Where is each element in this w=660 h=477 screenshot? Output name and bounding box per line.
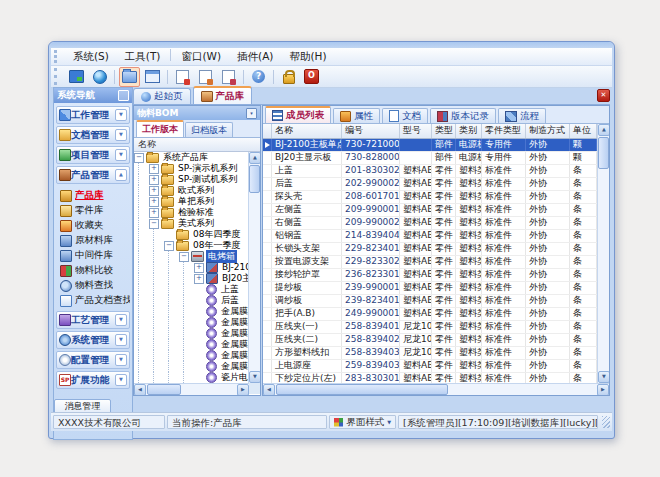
table-row[interactable]: 把手(A.B)249-990001-01X塑料ABS零件塑料类标准件外协条 [263, 308, 597, 321]
table-row[interactable]: 左侧盖209-990001-01X塑料ABS零件塑料类标准件外协条 [263, 204, 597, 217]
window-layout-button[interactable] [142, 67, 163, 87]
table-vscroll-thumb[interactable] [598, 137, 609, 169]
sidebar-group-文档管理[interactable]: 文档管理▼ [56, 126, 130, 144]
table-row[interactable]: 右侧盖209-990002-01X塑料ABS零件塑料类标准件外协条 [263, 217, 597, 230]
menu-item[interactable]: 系统(S) [65, 49, 117, 65]
menubar-grip[interactable] [54, 50, 62, 64]
chevron-down-icon[interactable]: ▼ [115, 334, 127, 346]
sidebar-item-原材料库[interactable]: 原材料库 [60, 233, 130, 248]
table-horizontal-scrollbar[interactable]: ◀ ▶ [263, 383, 609, 395]
sidebar-group-项目管理[interactable]: 项目管理▼ [56, 146, 130, 164]
sidebar-group-产品管理[interactable]: 产品管理▲ [56, 166, 130, 184]
collapse-icon[interactable]: − [134, 153, 144, 163]
column-header-制造方式[interactable]: 制造方式 [526, 124, 570, 138]
table-row[interactable]: 提纱板239-990001-01X塑料ABS零件塑料类标准件外协条 [263, 282, 597, 295]
tree-vscroll-thumb[interactable] [249, 165, 260, 193]
sidebar-item-零件库[interactable]: 零件库 [60, 203, 130, 218]
menu-item[interactable]: 帮助(H) [281, 49, 334, 65]
tree-horizontal-scrollbar[interactable]: ◀ ▶ [134, 383, 249, 395]
table-vertical-scrollbar[interactable]: ▲ ▼ [597, 124, 609, 383]
table-row[interactable]: 方形塑料线扣258-839403-00X尼龙1010零件塑料类标准件外协条 [263, 347, 597, 360]
tree-node-瓷片电容器[interactable]: 瓷片电容器 [134, 372, 248, 383]
chevron-down-icon[interactable]: ▼ [115, 149, 127, 161]
sidebar-group-配置管理[interactable]: 配置管理▼ [56, 351, 130, 369]
sidebar-group-工艺管理[interactable]: 工艺管理▼ [56, 311, 130, 329]
open-library-button[interactable] [119, 67, 140, 87]
sidebar-collapse-button[interactable] [118, 90, 129, 101]
toolbar-grip[interactable] [54, 68, 62, 85]
tree-column-header[interactable]: 名称 [134, 138, 260, 152]
table-row[interactable]: 长锁头支架229-823401-00X塑料ABS零件塑料类标准件外协条 [263, 243, 597, 256]
resize-grip[interactable] [602, 416, 610, 428]
web-button[interactable] [89, 67, 110, 87]
table-row[interactable]: 铝钢盖214-839404-01X塑料ABS零件塑料类标准件外协条 [263, 230, 597, 243]
exit-button[interactable]: O [301, 67, 322, 87]
tab-归档版本[interactable]: 归档版本 [185, 122, 233, 137]
table-row[interactable]: 按置电源支架229-823302-00X塑料ABS零件塑料类标准件外协条 [263, 256, 597, 269]
expand-icon[interactable]: + [149, 186, 159, 196]
table-row[interactable]: 调纱板239-823401-00X塑料ABS零件塑料类标准件外协条 [263, 295, 597, 308]
table-row[interactable]: 上盖201-830302-00X塑料ABS零件塑料类标准件外协条 [263, 165, 597, 178]
table-row[interactable]: 后盖202-990002-01X塑料ABS零件塑料类标准件外协条 [263, 178, 597, 191]
tab-产品库[interactable]: 产品库 [193, 86, 253, 104]
column-header-名称[interactable]: 名称 [272, 124, 342, 138]
column-header-类型[interactable]: 类型 [432, 124, 456, 138]
scroll-up-icon[interactable]: ▲ [598, 124, 609, 136]
column-header-编号[interactable]: 编号 [342, 124, 400, 138]
tab-成员列表[interactable]: 成员列表 [265, 106, 331, 123]
table-row[interactable]: 接纱轮护罩236-823301-00X塑料ABS零件塑料类标准件外协条 [263, 269, 597, 282]
sidebar-item-物料查找[interactable]: 物料查找 [60, 278, 130, 293]
sidebar-item-中间件库[interactable]: 中间件库 [60, 248, 130, 263]
tab-属性[interactable]: 属性 [333, 108, 380, 123]
tab-文档[interactable]: 文档 [382, 108, 428, 123]
chevron-down-icon[interactable]: ▼ [115, 354, 127, 366]
tab-工作版本[interactable]: 工作版本 [136, 120, 184, 137]
scroll-right-icon[interactable]: ▶ [237, 384, 249, 396]
scroll-left-icon[interactable]: ◀ [134, 384, 146, 396]
collapse-icon[interactable]: − [179, 252, 189, 262]
sidebar-item-收藏夹[interactable]: 收藏夹 [60, 218, 130, 233]
sidebar-group-扩展功能[interactable]: SP扩展功能▼ [56, 371, 130, 389]
chevron-down-icon[interactable]: ▼ [115, 129, 127, 141]
doc-export-button[interactable] [218, 67, 239, 87]
sidebar-group-工作管理[interactable]: 工作管理▼ [56, 106, 130, 124]
tab-版本记录[interactable]: 版本记录 [430, 108, 496, 123]
table-row[interactable]: 压线夹(二)258-839402-00X尼龙1010零件塑料类标准件外协条 [263, 334, 597, 347]
table-hscroll-thumb[interactable] [276, 384, 448, 395]
sidebar-item-产品库[interactable]: 产品库 [60, 188, 130, 203]
column-header-型号[interactable]: 型号 [400, 124, 432, 138]
expand-icon[interactable]: + [149, 164, 159, 174]
tree-vertical-scrollbar[interactable]: ▲ ▼ [248, 152, 260, 383]
chevron-up-icon[interactable]: ▲ [115, 169, 127, 181]
tree-hscroll-thumb[interactable] [147, 384, 181, 395]
chevron-down-icon[interactable]: ▼ [115, 314, 127, 326]
menu-item[interactable]: 工具(T) [117, 49, 169, 65]
sidebar-item-产品文档查找[interactable]: 产品文档查找 [60, 293, 130, 308]
close-tab-button[interactable]: ✕ [597, 89, 610, 102]
menu-item[interactable]: 插件(A) [229, 49, 281, 65]
scroll-left-icon[interactable]: ◀ [263, 384, 275, 396]
scroll-up-icon[interactable]: ▲ [249, 152, 260, 164]
lock-button[interactable] [278, 67, 299, 87]
expand-icon[interactable]: + [149, 197, 159, 207]
scroll-down-icon[interactable]: ▼ [249, 371, 260, 383]
expand-icon[interactable]: + [194, 263, 204, 273]
expand-icon[interactable]: + [149, 208, 159, 218]
ui-style-dropdown[interactable]: 界面样式 ▼ [329, 415, 396, 429]
sidebar-group-系统管理[interactable]: 系统管理▼ [56, 331, 130, 349]
doc-close-button[interactable] [172, 67, 193, 87]
sidebar-item-物料比较[interactable]: 物料比较 [60, 263, 130, 278]
bom-collapse-button[interactable]: ▾ [246, 108, 257, 119]
collapse-icon[interactable]: − [149, 219, 159, 229]
scroll-right-icon[interactable]: ▶ [597, 384, 609, 396]
workspace-button[interactable] [66, 67, 87, 87]
collapse-icon[interactable]: − [164, 241, 174, 251]
table-row[interactable]: 探头壳208-601701-01X塑料ABS零件塑料类标准件外协条 [263, 191, 597, 204]
menu-item[interactable]: 窗口(W) [173, 49, 229, 65]
expand-icon[interactable]: + [149, 175, 159, 185]
column-header-类别[interactable]: 类别 [456, 124, 482, 138]
chevron-down-icon[interactable]: ▼ [115, 374, 127, 386]
table-row[interactable]: 上电源座259-839403-00X塑料ABS零件塑料类标准件外协条 [263, 360, 597, 373]
doc-import-button[interactable] [195, 67, 216, 87]
table-row[interactable]: 下纱定位片(左)283-830301-00X塑料ABS零件塑料类标准件外协条 [263, 373, 597, 383]
